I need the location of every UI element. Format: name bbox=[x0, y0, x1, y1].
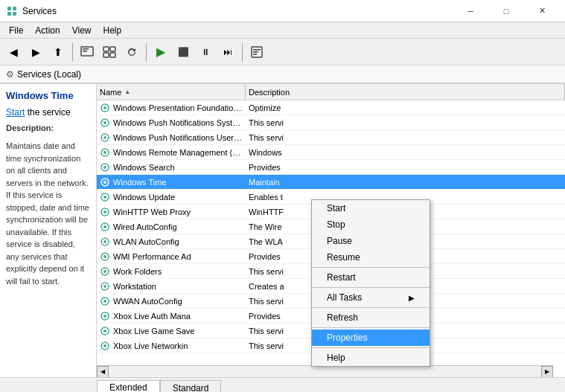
context-menu-item-restart[interactable]: Restart bbox=[312, 269, 430, 286]
context-menu-item-label: All Tasks bbox=[327, 292, 362, 303]
context-menu-item-pause[interactable]: Pause bbox=[312, 233, 430, 249]
svg-rect-3 bbox=[13, 12, 16, 16]
table-row[interactable]: Windows Push Notifications User Service_… bbox=[97, 130, 565, 145]
service-icon bbox=[100, 162, 110, 173]
toolbar-stop[interactable]: ⬛ bbox=[173, 42, 194, 62]
col-header-desc[interactable]: Description bbox=[246, 84, 565, 100]
col-desc-label: Description bbox=[249, 88, 290, 97]
toolbar-start[interactable]: ▶ bbox=[150, 42, 171, 62]
context-menu-item-refresh[interactable]: Refresh bbox=[312, 309, 430, 326]
service-icon bbox=[100, 222, 110, 232]
title-bar-left: Services bbox=[6, 5, 57, 17]
table-row[interactable]: Windows Presentation Foundation Font Cac… bbox=[97, 100, 565, 115]
scroll-track[interactable] bbox=[109, 366, 541, 377]
toolbar-forward[interactable]: ▶ bbox=[25, 42, 46, 62]
col-name-label: Name bbox=[100, 88, 121, 97]
start-service-link[interactable]: Start bbox=[6, 107, 25, 118]
svg-point-46 bbox=[103, 330, 106, 332]
tab-standard[interactable]: Standard bbox=[160, 380, 222, 392]
context-menu-item-help[interactable]: Help bbox=[312, 350, 430, 366]
service-name-text: Windows Search bbox=[113, 163, 175, 172]
service-desc-cell: Provides bbox=[246, 163, 565, 172]
service-desc-cell: This servi bbox=[246, 133, 565, 142]
svg-point-36 bbox=[103, 255, 106, 258]
service-icon bbox=[100, 251, 110, 262]
close-button[interactable]: ✕ bbox=[525, 0, 559, 22]
svg-point-22 bbox=[103, 151, 106, 154]
service-name-cell: WLAN AutoConfig bbox=[97, 237, 246, 247]
service-name-text: Xbox Live Game Save bbox=[113, 327, 194, 335]
svg-point-42 bbox=[103, 300, 106, 303]
svg-rect-0 bbox=[7, 7, 11, 10]
context-menu-item-properties[interactable]: Properties bbox=[312, 330, 430, 346]
toolbar-back[interactable]: ◀ bbox=[3, 42, 24, 62]
submenu-arrow-icon: ▶ bbox=[409, 294, 415, 302]
toolbar-properties[interactable] bbox=[246, 42, 267, 62]
svg-point-38 bbox=[103, 270, 106, 273]
service-name-text: Wired AutoConfig bbox=[113, 222, 177, 231]
svg-rect-1 bbox=[13, 7, 16, 10]
service-name-text: Work Folders bbox=[113, 267, 162, 276]
table-row[interactable]: Windows TimeMaintain bbox=[97, 175, 565, 190]
toolbar-up[interactable]: ⬆ bbox=[48, 42, 68, 62]
toolbar-view[interactable] bbox=[99, 42, 120, 62]
service-name-cell: Xbox Live Networkin bbox=[97, 341, 246, 351]
svg-rect-8 bbox=[110, 47, 115, 51]
menu-file[interactable]: File bbox=[3, 22, 29, 38]
menu-view[interactable]: View bbox=[66, 22, 98, 38]
service-name-cell: Xbox Live Auth Mana bbox=[97, 311, 246, 321]
context-menu-item-all-tasks[interactable]: All Tasks▶ bbox=[312, 289, 430, 306]
maximize-button[interactable]: □ bbox=[489, 0, 523, 22]
service-name-cell: Work Folders bbox=[97, 266, 246, 277]
toolbar: ◀ ▶ ⬆ ▶ ⬛ ⏸ ⏭ bbox=[0, 39, 565, 65]
title-bar: Services ─ □ ✕ bbox=[0, 0, 565, 22]
service-name-cell: Windows Update bbox=[97, 192, 246, 202]
svg-rect-2 bbox=[7, 12, 11, 16]
service-name-text: WMI Performance Ad bbox=[113, 252, 191, 261]
table-row[interactable]: Windows SearchProvides bbox=[97, 160, 565, 175]
right-panel: Name ▲ Description Windows Presentation … bbox=[97, 84, 565, 377]
service-name-cell: Windows Time bbox=[97, 177, 246, 187]
svg-rect-7 bbox=[103, 47, 109, 51]
service-desc-cell: Maintain bbox=[246, 178, 565, 187]
horizontal-scrollbar[interactable]: ◀ ▶ bbox=[97, 365, 553, 377]
toolbar-pause[interactable]: ⏸ bbox=[195, 42, 216, 62]
col-header-name[interactable]: Name ▲ bbox=[97, 84, 246, 100]
context-menu-item-label: Pause bbox=[327, 236, 352, 246]
service-name-text: WinHTTP Web Proxy bbox=[113, 208, 191, 216]
svg-rect-10 bbox=[110, 53, 115, 57]
toolbar-sep1 bbox=[72, 43, 73, 61]
desc-label: Description: bbox=[6, 123, 90, 132]
context-menu-item-start[interactable]: Start bbox=[312, 200, 430, 216]
toolbar-restart[interactable]: ⏭ bbox=[217, 42, 238, 62]
table-row[interactable]: Windows Remote Management (WS-Management… bbox=[97, 145, 565, 160]
menu-help[interactable]: Help bbox=[98, 22, 128, 38]
svg-point-16 bbox=[103, 106, 106, 109]
table-header: Name ▲ Description bbox=[97, 84, 565, 100]
table-row[interactable]: Windows Push Notifications System Servic… bbox=[97, 115, 565, 130]
svg-point-34 bbox=[103, 240, 106, 243]
bottom-tabs: Extended Standard bbox=[0, 377, 565, 392]
service-icon bbox=[100, 192, 110, 202]
scroll-right-btn[interactable]: ▶ bbox=[541, 366, 553, 378]
service-icon bbox=[100, 281, 110, 292]
toolbar-sep2 bbox=[146, 43, 147, 61]
toolbar-show-hide-console[interactable] bbox=[77, 42, 98, 62]
context-menu-item-resume[interactable]: Resume bbox=[312, 249, 430, 266]
service-name-text: WLAN AutoConfig bbox=[113, 237, 179, 246]
service-icon bbox=[100, 132, 110, 143]
menu-bar: File Action View Help bbox=[0, 22, 565, 39]
minimize-button[interactable]: ─ bbox=[453, 0, 488, 22]
service-name-cell: Xbox Live Game Save bbox=[97, 326, 246, 336]
scroll-left-btn[interactable]: ◀ bbox=[97, 366, 109, 378]
context-menu-separator bbox=[312, 307, 430, 308]
toolbar-refresh[interactable] bbox=[121, 42, 142, 62]
tab-extended[interactable]: Extended bbox=[97, 380, 160, 392]
context-menu-item-stop[interactable]: Stop bbox=[312, 216, 430, 233]
service-name-text: Windows Push Notifications System Servic… bbox=[113, 118, 243, 127]
context-menu-separator bbox=[312, 267, 430, 268]
menu-action[interactable]: Action bbox=[29, 22, 66, 38]
service-name-text: Windows Remote Management (WS-Management… bbox=[113, 148, 243, 157]
svg-point-18 bbox=[103, 121, 106, 124]
address-icon: ⚙ bbox=[6, 69, 14, 80]
